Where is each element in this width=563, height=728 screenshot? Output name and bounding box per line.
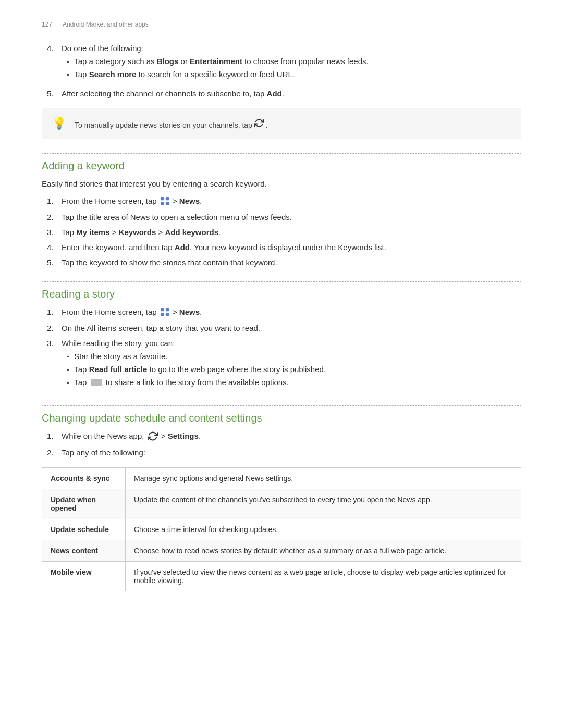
tip-box: 💡 To manually update news stories on you… xyxy=(42,108,521,139)
table-row: Update when opened Update the content of… xyxy=(42,489,521,519)
reading-bullet-3: Tap to share a link to the story from th… xyxy=(62,378,521,387)
step-number: 5. xyxy=(47,89,62,98)
step-number: 1. xyxy=(47,431,62,442)
setting-name: Update schedule xyxy=(42,519,126,540)
bold-news-2: News xyxy=(179,307,200,316)
setting-description: Manage sync options and general News set… xyxy=(126,468,521,489)
step-content: After selecting the channel or channels … xyxy=(62,89,521,98)
step-content: Tap any of the following: xyxy=(62,448,521,457)
bold-search-more: Search more xyxy=(89,70,137,79)
bold-keywords: Keywords xyxy=(119,228,156,237)
setting-description: If you've selected to view the news cont… xyxy=(126,562,521,591)
bold-read-full: Read full article xyxy=(89,365,148,374)
svg-rect-3 xyxy=(166,202,169,205)
changing-step-1: 1. While on the News app, > Settings. xyxy=(42,431,521,442)
adding-steps: 1. From the Home screen, tap > News. 2. … xyxy=(42,196,521,267)
bold-news: News xyxy=(179,196,200,205)
settings-table: Accounts & sync Manage sync options and … xyxy=(42,467,521,591)
page: 127 Android Market and other apps 4. Do … xyxy=(0,0,563,623)
step-content: While on the News app, > Settings. xyxy=(62,431,521,442)
adding-step-1: 1. From the Home screen, tap > News. xyxy=(42,196,521,206)
step-content: Tap My items > Keywords > Add keywords. xyxy=(62,228,521,237)
intro-step-5: 5. After selecting the channel or channe… xyxy=(42,89,521,98)
adding-step-3: 3. Tap My items > Keywords > Add keyword… xyxy=(42,228,521,237)
setting-name: Mobile view xyxy=(42,562,126,591)
table-row: News content Choose how to read news sto… xyxy=(42,540,521,562)
step-number: 2. xyxy=(47,448,62,457)
reading-steps: 1. From the Home screen, tap > News. 2. … xyxy=(42,307,521,391)
refresh-icon xyxy=(254,118,264,129)
step-number: 1. xyxy=(47,196,62,206)
setting-name: Update when opened xyxy=(42,489,126,519)
step-content: Enter the keyword, and then tap Add. You… xyxy=(62,243,521,252)
bold-add: Add xyxy=(267,89,282,98)
grid-icon-2 xyxy=(160,307,169,317)
changing-steps: 1. While on the News app, > Settings. 2.… xyxy=(42,431,521,457)
changing-step-2: 2. Tap any of the following: xyxy=(42,448,521,457)
adding-step-5: 5. Tap the keyword to show the stories t… xyxy=(42,258,521,267)
step-content: Do one of the following: Tap a category … xyxy=(62,44,521,83)
bullet-text: Tap a category such as Blogs or Entertai… xyxy=(74,57,368,66)
svg-rect-2 xyxy=(161,202,164,205)
section-title-reading: Reading a story xyxy=(42,288,521,300)
bold-add-keywords: Add keywords xyxy=(165,228,218,237)
intro-steps: 4. Do one of the following: Tap a catego… xyxy=(42,44,521,98)
section-divider-1 xyxy=(42,153,521,154)
step-number: 2. xyxy=(47,213,62,221)
step-number: 3. xyxy=(47,339,62,391)
chapter-title: Android Market and other apps xyxy=(63,21,149,28)
step-content: From the Home screen, tap > News. xyxy=(62,307,521,317)
svg-rect-4 xyxy=(161,308,164,311)
svg-rect-1 xyxy=(166,197,169,200)
reading-step-1: 1. From the Home screen, tap > News. xyxy=(42,307,521,317)
table-row: Accounts & sync Manage sync options and … xyxy=(42,468,521,489)
tip-text: To manually update news stories on your … xyxy=(75,118,268,129)
adding-step-2: 2. Tap the title area of News to open a … xyxy=(42,213,521,221)
bold-settings: Settings xyxy=(168,431,199,440)
step-content: Tap the keyword to show the stories that… xyxy=(62,258,521,267)
section-title-adding: Adding a keyword xyxy=(42,160,521,172)
reading-bullets: Star the story as a favorite. Tap Read f… xyxy=(62,352,521,387)
bullet-text: Star the story as a favorite. xyxy=(74,352,167,361)
reading-bullet-1: Star the story as a favorite. xyxy=(62,352,521,361)
step-content: On the All items screen, tap a story tha… xyxy=(62,324,521,332)
section-divider-3 xyxy=(42,405,521,406)
reading-bullet-2: Tap Read full article to go to the web p… xyxy=(62,365,521,374)
page-header: 127 Android Market and other apps xyxy=(42,21,521,28)
step-number: 1. xyxy=(47,307,62,317)
bullet-item-1: Tap a category such as Blogs or Entertai… xyxy=(62,57,521,66)
step-number: 3. xyxy=(47,228,62,237)
step-number: 5. xyxy=(47,258,62,267)
reading-step-3: 3. While reading the story, you can: Sta… xyxy=(42,339,521,391)
step-text: Do one of the following: xyxy=(62,44,143,53)
bold-blogs: Blogs xyxy=(157,57,179,66)
svg-rect-5 xyxy=(166,308,169,311)
settings-table-body: Accounts & sync Manage sync options and … xyxy=(42,468,521,591)
bold-add-2: Add xyxy=(175,243,190,252)
step-number: 4. xyxy=(47,44,62,83)
bullet-text: Tap to share a link to the story from th… xyxy=(74,378,289,387)
lightbulb-icon: 💡 xyxy=(52,117,66,130)
step-number: 4. xyxy=(47,243,62,252)
intro-step-4: 4. Do one of the following: Tap a catego… xyxy=(42,44,521,83)
share-icon xyxy=(91,379,102,386)
svg-rect-7 xyxy=(166,313,169,316)
bold-my-items: My items xyxy=(76,228,109,237)
bullet-list: Tap a category such as Blogs or Entertai… xyxy=(62,57,521,79)
bold-entertainment: Entertainment xyxy=(190,57,242,66)
step-content: While reading the story, you can: Star t… xyxy=(62,339,521,391)
section-title-changing: Changing update schedule and content set… xyxy=(42,412,521,424)
setting-name: News content xyxy=(42,540,126,562)
sync-icon xyxy=(148,431,158,441)
setting-name: Accounts & sync xyxy=(42,468,126,489)
svg-rect-0 xyxy=(161,197,164,200)
step-number: 2. xyxy=(47,324,62,332)
bullet-text: Tap Read full article to go to the web p… xyxy=(74,365,326,374)
table-row: Update schedule Choose a time interval f… xyxy=(42,519,521,540)
grid-icon xyxy=(160,196,169,206)
adding-step-4: 4. Enter the keyword, and then tap Add. … xyxy=(42,243,521,252)
step-content: Tap the title area of News to open a sel… xyxy=(62,213,521,221)
setting-description: Update the content of the channels you'v… xyxy=(126,489,521,519)
page-number: 127 xyxy=(42,21,52,28)
step-content: From the Home screen, tap > News. xyxy=(62,196,521,206)
